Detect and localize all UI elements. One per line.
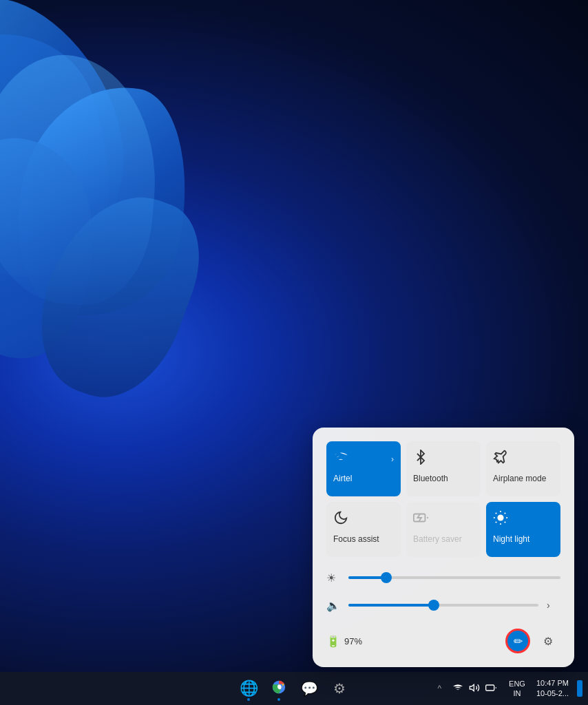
airplane-tile[interactable]: Airplane mode — [486, 441, 560, 496]
quick-tiles-grid: › Airtel Bluetooth — [326, 441, 560, 557]
volume-slider-row: 🔈 › — [326, 596, 560, 615]
night-light-tile-label: Night light — [493, 534, 529, 544]
airplane-tile-label: Airplane mode — [493, 474, 546, 483]
svg-marker-13 — [470, 684, 474, 691]
clock-time: 10:47 PM — [536, 678, 569, 688]
brightness-slider[interactable] — [348, 571, 560, 585]
brightness-slider-row: ☀ — [326, 568, 560, 587]
taskbar-battery-icon — [485, 682, 496, 695]
focus-tile-label: Focus assist — [333, 534, 379, 544]
taskbar-wifi-icon — [452, 682, 463, 695]
battery-saver-icon — [413, 510, 428, 529]
battery-saver-tile-label: Battery saver — [413, 534, 462, 544]
quick-settings-panel: › Airtel Bluetooth — [313, 428, 574, 667]
taskbar-system-tray[interactable] — [447, 680, 502, 698]
airplane-icon — [493, 450, 508, 468]
wallpaper-flower — [0, 0, 289, 565]
volume-arrow-icon[interactable]: › — [547, 600, 560, 611]
panel-actions: ✏ ⚙ — [505, 629, 560, 653]
taskbar-app-settings[interactable]: ⚙ — [326, 675, 353, 702]
svg-rect-14 — [486, 685, 494, 691]
taskbar-lang-line1: ENG — [509, 679, 525, 688]
taskbar: 🌐 💬 ⚙ ^ — [0, 672, 588, 705]
taskbar-clock[interactable]: 10:47 PM 10-05-2... — [532, 677, 573, 701]
svg-line-6 — [505, 522, 505, 523]
svg-line-10 — [505, 513, 505, 514]
panel-bottom: 🔋 97% ✏ ⚙ — [326, 623, 560, 653]
volume-icon: 🔈 — [326, 599, 340, 612]
bluetooth-tile-label: Bluetooth — [413, 474, 448, 483]
bluetooth-tile[interactable]: Bluetooth — [406, 441, 481, 496]
open-settings-button[interactable]: ⚙ — [536, 629, 560, 653]
night-light-tile[interactable]: Night light — [486, 502, 560, 557]
battery-icon: 🔋 — [326, 635, 340, 648]
brightness-icon: ☀ — [326, 571, 340, 585]
taskbar-right: ^ ENG — [436, 677, 582, 701]
taskbar-volume-icon — [469, 682, 480, 695]
svg-line-9 — [496, 522, 496, 523]
taskbar-center: 🌐 💬 ⚙ — [235, 675, 353, 702]
wifi-tile-label: Airtel — [333, 474, 352, 483]
night-light-icon — [493, 510, 508, 529]
svg-point-2 — [497, 514, 503, 520]
taskbar-chevron[interactable]: ^ — [436, 682, 443, 695]
wifi-icon — [333, 450, 348, 468]
focus-icon — [333, 510, 348, 529]
battery-saver-tile[interactable]: Battery saver — [406, 502, 481, 557]
battery-info: 🔋 97% — [326, 635, 362, 648]
taskbar-app-edge[interactable]: 🌐 — [235, 675, 262, 702]
taskbar-language[interactable]: ENG IN — [506, 677, 528, 700]
taskbar-lang-line2: IN — [509, 688, 525, 698]
taskbar-app-line[interactable]: 💬 — [295, 675, 323, 702]
wifi-tile[interactable]: › Airtel — [326, 441, 401, 496]
volume-slider[interactable] — [348, 598, 538, 612]
battery-percentage: 97% — [344, 636, 362, 646]
bluetooth-icon — [413, 450, 428, 468]
clock-date: 10-05-2... — [536, 688, 569, 699]
focus-assist-tile[interactable]: Focus assist — [326, 502, 401, 557]
wifi-arrow-icon[interactable]: › — [391, 454, 394, 464]
edit-quick-settings-button[interactable]: ✏ — [505, 629, 530, 653]
taskbar-app-chrome[interactable] — [265, 675, 293, 702]
notification-tray-button[interactable] — [577, 680, 582, 697]
svg-line-5 — [496, 513, 496, 514]
